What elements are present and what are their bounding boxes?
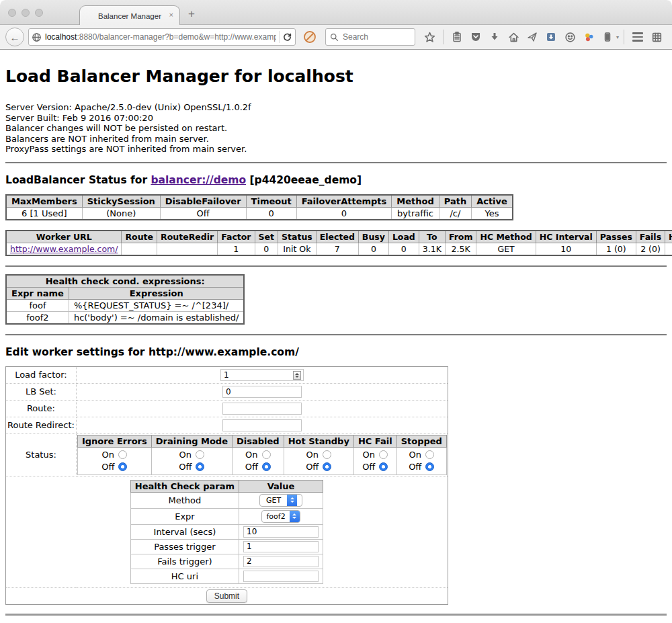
toolbar-icons: ▾ <box>421 28 665 46</box>
hc-fails-row: Fails trigger) <box>130 554 323 569</box>
titlebar: Balancer Manager × + <box>0 0 672 25</box>
submit-button[interactable]: Submit <box>206 589 247 603</box>
url-host: localhost <box>45 32 77 42</box>
ignore-errors-on-radio[interactable] <box>118 450 127 459</box>
col-hot-standby: Hot Standby <box>284 435 353 447</box>
server-version-line: Server Version: Apache/2.5.0-dev (Unix) … <box>5 102 667 113</box>
hc-expr-row-foof2: foof2 hc('body') =~ /domain is establish… <box>6 311 244 324</box>
home-icon[interactable] <box>505 28 522 46</box>
hc-fails-label: Fails trigger) <box>130 554 239 569</box>
zoom-window-button[interactable] <box>35 9 43 17</box>
hot-standby-off-radio[interactable] <box>323 462 331 471</box>
stopped-off-radio[interactable] <box>425 462 434 471</box>
lb-set-input[interactable] <box>222 386 302 398</box>
page-content: Load Balancer Manager for localhost Serv… <box>0 50 672 616</box>
hc-uri-input[interactable] <box>243 571 319 582</box>
content-blocked-icon[interactable] <box>301 28 319 46</box>
draining-mode-off-radio[interactable] <box>196 462 204 471</box>
col-stopped: Stopped <box>396 435 446 447</box>
minimize-window-button[interactable] <box>22 9 30 17</box>
draining-mode-on-radio[interactable] <box>196 450 204 459</box>
select-stepper-icon <box>290 510 300 523</box>
hc-passes-label: Passes trigger <box>130 539 239 554</box>
divider-3 <box>5 334 667 335</box>
bookmark-star-icon[interactable] <box>421 28 438 46</box>
route-input[interactable] <box>222 403 302 415</box>
tab-title: Balancer Manager <box>98 12 161 20</box>
hc-uri-row: HC uri <box>130 569 323 583</box>
toolbar-separator <box>443 30 444 44</box>
ignore-errors-off-radio[interactable] <box>118 462 127 471</box>
proxypass-note-line: ProxyPass settings are NOT inherited fro… <box>5 144 667 155</box>
search-bar[interactable] <box>325 28 415 46</box>
worker-url-link[interactable]: http://www.example.com/ <box>10 244 118 254</box>
status-table: Ignore Errors Draining Mode Disabled Hot… <box>77 435 447 475</box>
stopped-on-radio[interactable] <box>425 450 434 459</box>
hc-fail-off-radio[interactable] <box>379 462 388 471</box>
balancer-status-heading: LoadBalancer Status for balancer://demo … <box>5 174 667 186</box>
route-redirect-row: Route Redirect: <box>6 417 448 433</box>
tab-close-icon[interactable]: × <box>169 11 173 19</box>
hc-fail-on-radio[interactable] <box>379 450 388 459</box>
balancer-heading-suffix: [p4420eeae_demo] <box>250 174 362 186</box>
extension-download-box-icon[interactable] <box>542 28 560 46</box>
color-dots-extension-icon[interactable] <box>580 28 597 46</box>
feedback-smiley-icon[interactable] <box>561 28 579 46</box>
navigation-toolbar: ← localhost:8880/balancer-manager?b=demo… <box>0 25 672 50</box>
col-ignore-errors: Ignore Errors <box>77 435 151 447</box>
pocket-icon[interactable] <box>467 28 485 46</box>
col-hc-fail: HC Fail <box>353 435 396 447</box>
hc-passes-input[interactable] <box>243 541 319 552</box>
tab-balancer-manager[interactable]: Balancer Manager × <box>79 5 180 26</box>
browser-window: Balancer Manager × + ← localhost:8880/ba… <box>0 0 672 623</box>
hc-interval-input[interactable] <box>243 526 319 538</box>
reload-icon[interactable] <box>282 32 292 42</box>
col-maxmembers: MaxMembers <box>6 195 82 208</box>
hot-standby-on-radio[interactable] <box>323 450 331 459</box>
status-label: Status: <box>6 433 77 476</box>
close-window-button[interactable] <box>8 9 16 17</box>
route-redirect-input[interactable] <box>222 419 302 431</box>
hc-interval-label: Interval (secs) <box>130 524 239 539</box>
globe-icon <box>32 32 42 42</box>
col-health-value: Value <box>239 480 323 492</box>
col-failoverattempts: FailoverAttempts <box>296 195 392 208</box>
health-check-table: Health Check param Value Method GET <box>130 480 323 584</box>
menu-hamburger-icon[interactable] <box>629 28 646 46</box>
new-tab-button[interactable]: + <box>188 8 195 19</box>
disabled-off-radio[interactable] <box>262 462 271 471</box>
hc-fails-input[interactable] <box>243 556 319 567</box>
toolbar-separator-2 <box>624 30 624 44</box>
url-input[interactable]: localhost:8880/balancer-manager?b=demo&w… <box>45 32 276 42</box>
worker-header-row: Worker URL Route RouteRedir Factor Set S… <box>6 231 672 243</box>
url-path: :8880/balancer-manager?b=demo&w=http://w… <box>77 32 276 42</box>
hc-method-select[interactable]: GET <box>259 494 302 507</box>
load-factor-input[interactable] <box>220 369 304 381</box>
hc-method-row: Method GET <box>130 492 323 508</box>
col-disabled: Disabled <box>232 435 284 447</box>
back-button[interactable]: ← <box>5 28 24 46</box>
balancer-heading-prefix: LoadBalancer Status for <box>5 174 147 186</box>
load-factor-stepper <box>220 369 304 381</box>
clipboard-icon[interactable] <box>448 28 466 46</box>
status-header-row: Ignore Errors Draining Mode Disabled Hot… <box>77 435 446 447</box>
col-draining-mode: Draining Mode <box>151 435 232 447</box>
send-plane-icon[interactable] <box>523 28 541 46</box>
status-radio-row: On Off On Off On Off <box>77 447 446 474</box>
downloads-icon[interactable] <box>486 28 503 46</box>
load-factor-label: Load factor: <box>6 366 77 383</box>
balancer-demo-link[interactable]: balancer://demo <box>151 174 246 186</box>
chevron-down-icon[interactable]: ▾ <box>616 34 619 40</box>
container-battery-icon[interactable] <box>599 28 616 46</box>
grid-extension-icon[interactable] <box>648 28 665 46</box>
disabled-on-radio[interactable] <box>262 450 271 459</box>
lb-set-label: LB Set: <box>6 383 77 400</box>
balancer-status-table: MaxMembers StickySession DisableFailover… <box>5 194 513 220</box>
hc-expr-select[interactable]: foof2 <box>261 510 300 523</box>
route-label: Route: <box>6 400 77 417</box>
balancer-data-row: 6 [1 Used] (None) Off 0 0 bytraffic /c/ … <box>6 207 513 220</box>
server-info: Server Version: Apache/2.5.0-dev (Unix) … <box>5 102 667 155</box>
search-input[interactable] <box>341 32 409 42</box>
number-spinner-icon[interactable] <box>293 371 301 380</box>
url-bar[interactable]: localhost:8880/balancer-manager?b=demo&w… <box>28 28 296 46</box>
